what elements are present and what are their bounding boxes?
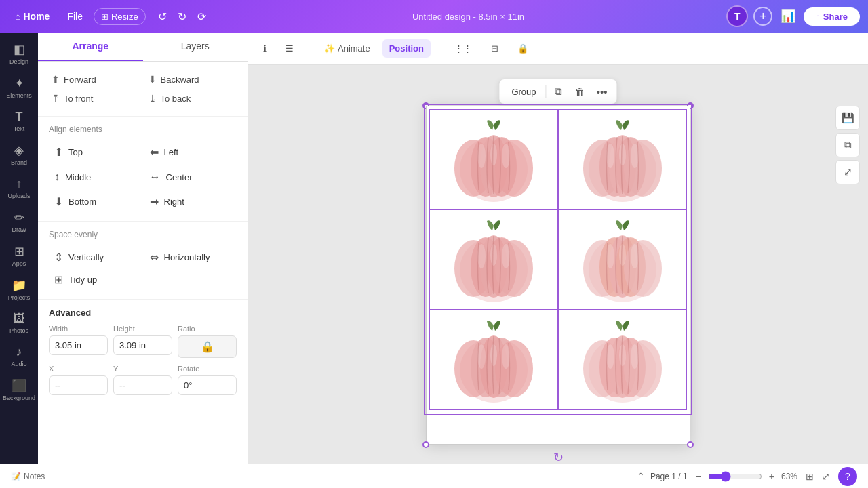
undo-button[interactable]: ↺ bbox=[154, 7, 171, 26]
align-bottom-button[interactable]: ⬇ Bottom bbox=[49, 190, 142, 213]
resize-button[interactable]: ⊞ Resize bbox=[94, 8, 146, 25]
group-more-button[interactable]: ••• bbox=[593, 82, 612, 101]
sidebar-item-audio[interactable]: ♪ Audio bbox=[4, 341, 34, 371]
forward-button[interactable]: ⬆ Forward bbox=[49, 70, 140, 89]
sidebar-item-text[interactable]: T Text bbox=[4, 106, 34, 136]
grid-dots-icon: ⋮⋮ bbox=[454, 43, 472, 54]
design-canvas bbox=[426, 106, 690, 445]
sidebar-item-projects[interactable]: 📁 Projects bbox=[4, 274, 34, 305]
forward-icon: ⬆ bbox=[52, 74, 60, 85]
align-center-button[interactable]: ↔ Center bbox=[144, 166, 237, 188]
position-label: Position bbox=[389, 43, 424, 54]
pumpkin-1 bbox=[450, 115, 538, 203]
align-right-button[interactable]: ➡ Right bbox=[144, 190, 237, 213]
right-tool-expand[interactable]: ⤢ bbox=[835, 160, 860, 184]
sidebar-item-uploads[interactable]: ↑ Uploads bbox=[4, 173, 34, 203]
home-button[interactable]: ⌂ Home bbox=[8, 8, 56, 24]
sidebar-item-draw[interactable]: ✏ Draw bbox=[4, 206, 34, 237]
align-distribute-button[interactable]: ⊟ bbox=[484, 39, 505, 58]
width-input[interactable] bbox=[49, 336, 108, 355]
animate-button[interactable]: ✨ Animate bbox=[317, 39, 377, 58]
align-title: Align elements bbox=[49, 125, 237, 134]
right-tool-save[interactable]: 💾 bbox=[835, 106, 860, 130]
handle-bottom-right[interactable] bbox=[687, 441, 694, 448]
rotate-handle[interactable]: ↻ bbox=[553, 450, 564, 464]
align-left-button[interactable]: ⬅ Left bbox=[144, 141, 237, 163]
align-right-icon: ➡ bbox=[150, 195, 159, 208]
fullscreen-button[interactable]: ⤢ bbox=[819, 470, 833, 483]
position-button[interactable]: Position bbox=[382, 39, 431, 58]
group-copy-button[interactable]: ⧉ bbox=[549, 82, 568, 101]
sidebar-item-photos[interactable]: 🖼 Photos bbox=[4, 308, 34, 338]
page-chevron-up[interactable]: ⌃ bbox=[637, 471, 645, 482]
to-front-icon: ⤒ bbox=[52, 93, 60, 104]
add-collaborator-button[interactable]: + bbox=[753, 7, 772, 26]
zoom-slider[interactable] bbox=[708, 471, 762, 482]
height-input[interactable] bbox=[113, 336, 172, 355]
grid-view-button[interactable]: ⊞ bbox=[803, 470, 816, 483]
sidebar-item-apps[interactable]: ⊞ Apps bbox=[4, 240, 34, 271]
space-vertically-button[interactable]: ⇕ Vertically bbox=[49, 246, 142, 268]
rotate-input[interactable] bbox=[178, 375, 237, 395]
tab-layers[interactable]: Layers bbox=[143, 33, 248, 61]
resize-label: Resize bbox=[111, 12, 138, 22]
projects-label: Projects bbox=[8, 294, 31, 301]
x-input[interactable] bbox=[49, 375, 108, 395]
lock-button[interactable]: 🔒 bbox=[511, 39, 535, 58]
pumpkin-cell-4 bbox=[558, 209, 687, 310]
group-delete-button[interactable]: 🗑 bbox=[571, 82, 590, 101]
advanced-title: Advanced bbox=[49, 308, 237, 318]
sidebar-item-background[interactable]: ⬛ Background bbox=[4, 374, 34, 405]
analytics-button[interactable]: 📊 bbox=[778, 6, 798, 26]
sidebar-item-elements[interactable]: ✦ Elements bbox=[4, 72, 34, 103]
share-label: Share bbox=[823, 12, 848, 22]
tidy-up-label: Tidy up bbox=[68, 274, 97, 285]
sidebar-item-brand[interactable]: ◈ Brand bbox=[4, 139, 34, 170]
to-front-button[interactable]: ⤒ To front bbox=[49, 89, 140, 108]
sidebar-item-design[interactable]: ◧ Design bbox=[4, 38, 34, 69]
more-options-button[interactable]: ⋮⋮ bbox=[448, 39, 479, 58]
brand-icon: ◈ bbox=[14, 143, 24, 158]
redo-button[interactable]: ↻ bbox=[174, 7, 191, 26]
group-button[interactable]: Group bbox=[505, 84, 542, 100]
menu-button[interactable]: ☰ bbox=[279, 39, 300, 58]
align-top-button[interactable]: ⬆ Top bbox=[49, 141, 142, 163]
share-icon: ↑ bbox=[816, 12, 821, 22]
sync-button[interactable]: ⟳ bbox=[193, 7, 210, 26]
animate-label: Animate bbox=[338, 43, 370, 54]
undo-redo-group: ↺ ↻ ⟳ bbox=[154, 7, 210, 26]
document-title: Untitled design - 8.5in × 11in bbox=[216, 12, 722, 22]
handle-bottom-left[interactable] bbox=[422, 441, 429, 448]
brand-label: Brand bbox=[11, 159, 27, 166]
zoom-out-button[interactable]: − bbox=[693, 470, 704, 483]
align-middle-button[interactable]: ↕ Middle bbox=[49, 166, 142, 188]
to-back-button[interactable]: ⤓ To back bbox=[146, 89, 237, 108]
y-input[interactable] bbox=[113, 375, 172, 395]
group-toolbar: Group ⧉ 🗑 ••• bbox=[498, 79, 617, 104]
x-label: X bbox=[49, 365, 108, 373]
to-back-icon: ⤓ bbox=[149, 93, 157, 104]
space-horizontally-button[interactable]: ⇔ Horizontally bbox=[144, 246, 237, 268]
tidy-up-button[interactable]: ⊞ Tidy up bbox=[49, 268, 102, 291]
ratio-lock-button[interactable]: 🔒 bbox=[178, 336, 237, 358]
home-icon: ⌂ bbox=[15, 11, 20, 22]
toolbar-divider-2 bbox=[439, 41, 439, 57]
file-menu[interactable]: File bbox=[62, 8, 88, 24]
pumpkin-5 bbox=[450, 316, 538, 404]
zoom-in-button[interactable]: + bbox=[766, 470, 777, 483]
y-group: Y bbox=[113, 365, 172, 395]
notes-button[interactable]: 📝 Notes bbox=[11, 472, 45, 481]
tidy-up-icon: ⊞ bbox=[54, 273, 63, 286]
audio-icon: ♪ bbox=[16, 345, 22, 359]
backward-button[interactable]: ⬇ Backward bbox=[146, 70, 237, 89]
share-button[interactable]: ↑ Share bbox=[804, 7, 860, 26]
tab-arrange[interactable]: Arrange bbox=[38, 33, 143, 61]
info-button[interactable]: ℹ bbox=[256, 39, 273, 58]
ratio-label: Ratio bbox=[178, 325, 237, 333]
help-button[interactable]: ? bbox=[838, 467, 857, 486]
right-tool-copy[interactable]: ⧉ bbox=[835, 133, 860, 157]
space-title: Space evenly bbox=[49, 230, 237, 239]
position-row: X Y Rotate bbox=[49, 365, 237, 395]
pumpkin-cell-3 bbox=[429, 209, 558, 310]
group-copy-icon: ⧉ bbox=[555, 85, 562, 98]
